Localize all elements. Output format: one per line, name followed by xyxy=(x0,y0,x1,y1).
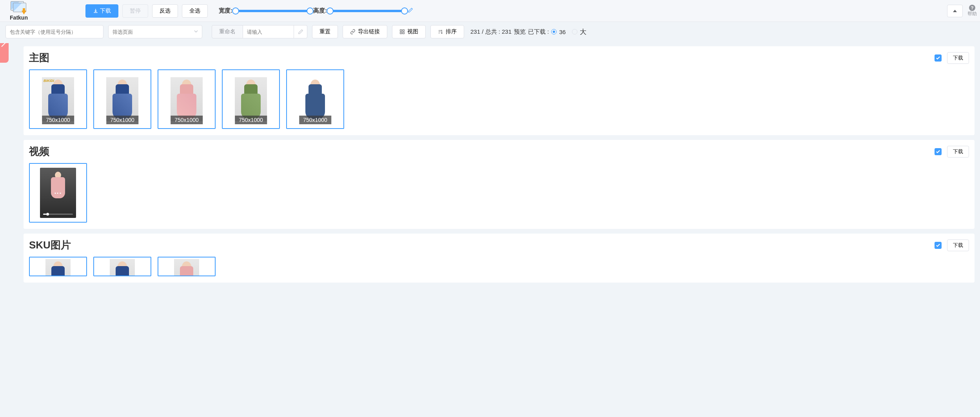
width-slider-max-handle[interactable] xyxy=(307,7,314,15)
export-links-label: 导出链接 xyxy=(358,28,380,35)
preview-label: 预览 xyxy=(514,28,526,36)
keyword-input[interactable] xyxy=(5,25,103,38)
section-checkbox[interactable] xyxy=(935,54,942,62)
video-progress xyxy=(43,214,73,215)
page-filter-select[interactable] xyxy=(108,25,202,38)
section-checkbox[interactable] xyxy=(935,148,942,155)
size-badge: 750x1000 xyxy=(42,116,74,124)
thumbnail[interactable] xyxy=(158,257,216,276)
width-slider[interactable] xyxy=(236,10,310,12)
image-preview xyxy=(171,77,203,121)
downloaded-count: 36 xyxy=(559,29,566,35)
select-all-label: 全选 xyxy=(189,7,200,15)
pause-label: 暂停 xyxy=(130,7,141,15)
reset-button[interactable]: 重置 xyxy=(312,25,338,38)
rename-button[interactable]: 重命名 xyxy=(212,25,243,38)
slider-edit-icon[interactable] xyxy=(408,7,413,14)
sort-icon xyxy=(438,29,443,34)
side-collapse-tab[interactable] xyxy=(0,43,9,63)
video-menu-icon: ⋮ xyxy=(54,190,62,196)
image-preview xyxy=(235,77,267,121)
size-badge: 750x1000 xyxy=(299,116,331,124)
image-preview: BiKiDi xyxy=(42,77,74,121)
download-label: 下载 xyxy=(100,7,111,15)
svg-rect-0 xyxy=(400,30,402,31)
help-icon: ? xyxy=(969,5,975,11)
image-preview xyxy=(110,259,135,276)
app-logo: Fatkun xyxy=(3,1,34,21)
thumbnail[interactable] xyxy=(29,257,87,276)
view-button[interactable]: 视图 xyxy=(392,25,426,38)
caret-up-icon xyxy=(953,10,957,12)
help-label: 帮助 xyxy=(967,11,977,16)
size-badge: 750x1000 xyxy=(235,116,267,124)
thumbnail[interactable]: 750x1000 xyxy=(222,69,280,129)
section-download-button[interactable]: 下载 xyxy=(947,146,969,158)
thumbnail[interactable] xyxy=(93,257,151,276)
video-preview: ⋮ xyxy=(40,168,76,218)
reset-label: 重置 xyxy=(319,28,330,35)
section-1: 视频下载⋮ xyxy=(24,140,975,229)
topbar: Fatkun 下载 暂停 反选 全选 宽度: 高度: ? 帮助 xyxy=(0,0,980,22)
size-large-label: 大 xyxy=(580,27,586,36)
rename-input[interactable] xyxy=(243,25,294,38)
height-slider-min-handle[interactable] xyxy=(327,7,334,15)
invert-label: 反选 xyxy=(160,7,171,15)
download-icon xyxy=(93,8,98,14)
size-badge: 750x1000 xyxy=(106,116,138,124)
thumbnail[interactable]: BiKiDi750x1000 xyxy=(29,69,87,129)
width-label: 宽度: xyxy=(219,7,232,15)
section-download-button[interactable]: 下载 xyxy=(947,52,969,64)
preview-size-radio-selected[interactable] xyxy=(551,29,557,34)
preview-size-group: 预览 已下载 : 36 大 xyxy=(514,27,586,36)
selection-count: 231 / 总共 : 231 xyxy=(470,28,512,36)
link-icon xyxy=(350,29,356,34)
grid-icon xyxy=(399,29,405,34)
image-preview xyxy=(45,259,71,276)
pause-button: 暂停 xyxy=(122,4,148,18)
svg-rect-1 xyxy=(403,30,404,31)
size-badge: 750x1000 xyxy=(171,116,203,124)
image-preview xyxy=(106,77,138,121)
help-button[interactable]: ? 帮助 xyxy=(967,5,977,16)
thumbnail[interactable]: 750x1000 xyxy=(286,69,344,129)
section-download-button[interactable]: 下载 xyxy=(947,239,969,251)
download-button[interactable]: 下载 xyxy=(85,4,118,18)
section-title: 主图 xyxy=(29,51,935,65)
thumbnail[interactable]: 750x1000 xyxy=(158,69,216,129)
section-title: SKU图片 xyxy=(29,238,935,252)
page-filter-input[interactable] xyxy=(108,25,202,38)
image-preview xyxy=(299,77,331,121)
app-logo-icon xyxy=(11,1,27,14)
sort-label: 排序 xyxy=(446,28,457,35)
section-0: 主图下载BiKiDi750x1000750x1000750x1000750x10… xyxy=(24,46,975,135)
rename-label: 重命名 xyxy=(219,28,236,35)
section-title: 视频 xyxy=(29,145,935,158)
downloaded-label: 已下载 : xyxy=(528,28,549,36)
view-label: 视图 xyxy=(407,28,418,35)
invert-selection-button[interactable]: 反选 xyxy=(152,4,178,18)
more-dropdown-button[interactable] xyxy=(947,5,963,17)
height-label: 高度: xyxy=(313,7,327,15)
width-slider-min-handle[interactable] xyxy=(232,7,239,15)
sort-button[interactable]: 排序 xyxy=(430,25,464,38)
svg-rect-2 xyxy=(400,32,402,34)
section-checkbox[interactable] xyxy=(935,242,942,249)
export-links-button[interactable]: 导出链接 xyxy=(343,25,387,38)
preview-size-radio-large[interactable] xyxy=(572,29,577,34)
height-slider[interactable] xyxy=(330,10,405,12)
select-all-button[interactable]: 全选 xyxy=(182,4,208,18)
image-preview xyxy=(174,259,199,276)
thumbnail[interactable]: 750x1000 xyxy=(93,69,151,129)
thumbnail[interactable]: ⋮ xyxy=(29,163,87,223)
section-2: SKU图片下载 xyxy=(24,234,975,283)
app-name: Fatkun xyxy=(10,15,28,21)
svg-rect-3 xyxy=(403,32,404,34)
filter-toolbar: 重命名 重置 导出链接 视图 排序 231 / 总共 : 231 预览 已下载 … xyxy=(0,22,980,42)
rename-edit-icon[interactable] xyxy=(294,25,307,38)
height-slider-max-handle[interactable] xyxy=(401,7,408,15)
